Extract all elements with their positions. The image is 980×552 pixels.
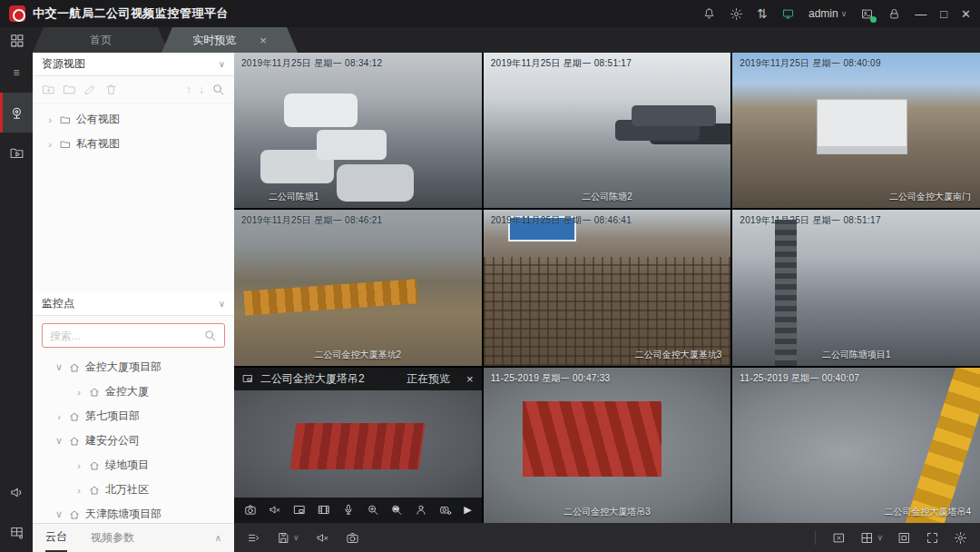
chevron-right-icon[interactable]: › [45,114,54,125]
snapshot-icon[interactable] [244,503,257,517]
camera-title-bar: 二公司金控大厦塔吊2 正在预览 × [234,368,482,390]
rail-broadcast-icon[interactable] [0,472,33,512]
camera-scene [732,210,980,365]
add-view-icon[interactable] [63,83,76,96]
site-icon [89,460,100,471]
tree-item-private-views[interactable]: › 私有视图 [33,132,234,156]
rail-menu-icon[interactable]: ≡ [0,53,33,93]
camera-tile-1[interactable]: 2019年11月25日 星期一 08:34:12 二公司陈塘1 [234,53,482,208]
video-area: 2019年11月25日 星期一 08:34:12 二公司陈塘1 2019年11月… [234,53,980,552]
site-icon [89,485,100,496]
edit-icon[interactable] [83,83,97,96]
close-all-icon[interactable] [832,531,846,545]
user-menu[interactable]: admin ∨ [808,7,847,20]
move-up-icon[interactable]: ↑ [186,84,191,96]
chevron-down-icon: ∨ [841,9,848,18]
more-controls-icon[interactable]: ▶ [464,504,471,516]
monitor-point-section: 监控点 ∨ ∨ 金控大厦项目部 › 金控大厦 › [33,292,234,552]
rail-live-view-icon[interactable] [0,93,33,133]
tab-live-preview[interactable]: 实时预览 × [162,27,298,53]
camera-settings-icon[interactable] [439,503,452,517]
mute-all-icon[interactable] [316,531,329,545]
chevron-right-icon[interactable]: › [74,485,83,496]
tab-close-icon[interactable]: × [260,34,267,47]
lock-icon[interactable] [887,7,901,21]
layout-select-button[interactable]: ∨ [860,531,883,545]
stop-all-icon[interactable] [247,531,260,545]
rail-tv-wall-icon[interactable] [0,512,33,552]
search-icon[interactable] [203,329,217,342]
tree-item[interactable]: › 金控大厦 [33,380,234,404]
camera-tile-9[interactable]: 11-25-2019 星期一 00:40:07 二公司金控大厦塔吊4 [732,368,980,523]
transfer-icon[interactable]: ⇅ [757,6,768,21]
pip-icon[interactable] [293,503,306,517]
tab-video-params[interactable]: 视频参数 [91,524,134,552]
chevron-right-icon[interactable]: › [74,460,83,471]
tree-item[interactable]: › 北万社区 [33,478,234,502]
snapshot-all-icon[interactable] [346,531,359,545]
record-icon[interactable] [318,503,330,517]
collapse-up-chevron-icon[interactable]: ∧ [215,524,221,552]
camera-timestamp: 2019年11月25日 星期一 08:40:09 [740,57,880,70]
save-view-button[interactable]: ∨ [277,531,299,545]
camera-timestamp: 11-25-2019 星期一 00:47:33 [491,372,611,385]
folder-icon [60,139,71,150]
tree-item[interactable]: › 第七项目部 [33,404,234,429]
camera-label: 二公司金控大厦基坑3 [635,349,722,361]
tab-ptz[interactable]: 云台 [45,524,67,552]
camera-grid: 2019年11月25日 星期一 08:34:12 二公司陈塘1 2019年11月… [234,53,980,523]
chevron-down-icon[interactable]: ∨ [54,508,64,520]
add-folder-icon[interactable] [42,83,55,96]
move-down-icon[interactable]: ↓ [199,84,204,96]
bell-icon[interactable] [702,7,716,21]
close-button[interactable]: ✕ [961,8,971,20]
chevron-right-icon[interactable]: › [74,387,83,398]
monitor-tree: ∨ 金控大厦项目部 › 金控大厦 › 第七项目部 ∨ 建安分公司 [33,355,234,523]
camera-timestamp: 2019年11月25日 星期一 08:51:17 [740,214,880,227]
delete-icon[interactable] [104,83,118,96]
chevron-down-icon[interactable]: ∨ [54,361,64,373]
mic-icon[interactable] [342,503,355,517]
camera-tile-4[interactable]: 2019年11月25日 星期一 08:46:21 二公司金控大厦基坑2 [234,210,482,365]
site-icon [69,509,80,520]
maximize-button[interactable]: □ [940,8,947,20]
camera-timestamp: 11-25-2019 星期一 00:40:07 [740,372,859,385]
camera-tile-6[interactable]: 2019年11月25日 星期一 08:51:17 二公司陈塘项目1 [732,210,980,365]
gear-icon[interactable] [730,7,743,21]
zoom-3d-icon[interactable] [390,503,403,517]
tree-item-label: 金控大厦 [105,384,149,399]
preset-icon[interactable] [415,503,427,517]
camera-tile-7-selected[interactable]: 二公司金控大厦塔吊2 正在预览 × ▶ [234,368,482,523]
collapse-chevron-icon[interactable]: ∨ [219,299,225,309]
screenshot-icon[interactable] [860,7,874,21]
titlebar: 中交一航局二公司视频监控管理平台 ⇅ admin ∨ — □ ✕ [0,0,980,27]
tree-item[interactable]: › 绿地项目 [33,453,234,478]
single-screen-icon[interactable] [897,531,911,545]
close-icon[interactable]: × [466,372,474,386]
collapse-chevron-icon[interactable]: ∨ [219,59,225,69]
apps-grid-icon[interactable] [0,27,33,53]
tree-item-label: 建安分公司 [85,433,140,448]
fullscreen-icon[interactable] [926,531,939,545]
chevron-right-icon[interactable]: › [54,411,64,422]
zoom-in-icon[interactable] [367,503,379,517]
rail-playback-icon[interactable] [0,133,33,172]
chevron-down-icon[interactable]: ∨ [54,435,64,447]
minimize-button[interactable]: — [915,8,926,20]
mute-icon[interactable] [269,503,281,517]
camera-tile-2[interactable]: 2019年11月25日 星期一 08:51:17 二公司陈塘2 [484,53,731,208]
camera-tile-3[interactable]: 2019年11月25日 星期一 08:40:09 二公司金控大厦南门 [732,53,980,208]
monitor-icon[interactable] [781,7,795,21]
camera-tile-8[interactable]: 11-25-2019 星期一 00:47:33 二公司金控大厦塔吊3 [484,368,731,523]
tab-home[interactable]: 首页 [33,27,169,53]
camera-label: 二公司金控大厦南门 [889,191,971,203]
tree-item[interactable]: ∨ 天津陈塘项目部 [33,502,234,523]
chevron-right-icon[interactable]: › [45,139,54,150]
search-icon[interactable] [211,83,225,96]
tree-item[interactable]: ∨ 建安分公司 [33,429,234,453]
tree-item[interactable]: ∨ 金控大厦项目部 [33,355,234,380]
settings-gear-icon[interactable] [954,531,967,545]
tree-item-public-views[interactable]: › 公有视图 [33,107,234,132]
search-input[interactable] [50,330,198,342]
camera-tile-5[interactable]: 2019年11月25日 星期一 08:46:41 二公司金控大厦基坑3 [484,210,731,365]
